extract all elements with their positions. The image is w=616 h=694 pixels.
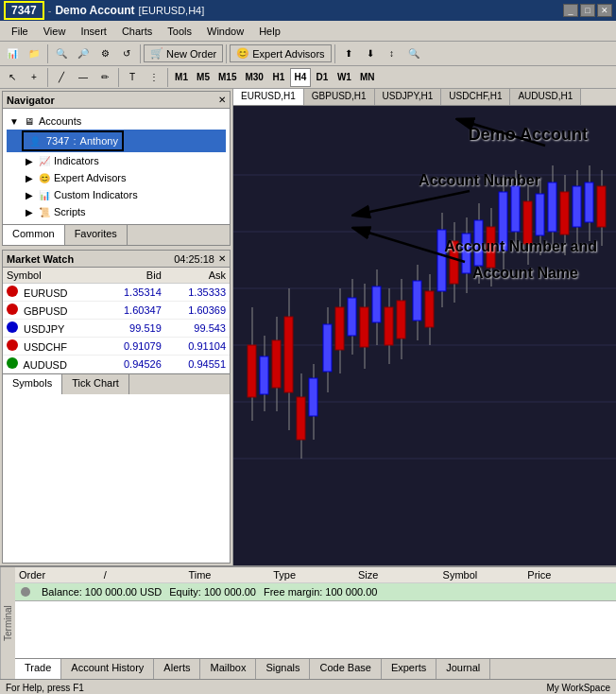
navigator-close[interactable]: ✕ <box>218 95 226 105</box>
svg-rect-56 <box>548 182 556 232</box>
market-watch-title: Market Watch <box>7 253 174 265</box>
balance-indicator <box>21 587 30 597</box>
new-order-button[interactable]: 🛒 New Order <box>144 44 223 62</box>
chart-tab-audusd[interactable]: AUDUSD,H1 <box>510 89 581 105</box>
expert-advisors-button[interactable]: 😊 Expert Advisors <box>230 44 331 62</box>
chart-canvas: Demo Account Account Number Account Numb… <box>233 106 616 565</box>
expert-label: Expert Advisors <box>252 48 324 60</box>
crosshair-tool[interactable]: + <box>24 67 44 88</box>
market-watch-row[interactable]: USDCHF 0.91079 0.91104 <box>3 338 230 356</box>
draw-tool[interactable]: ✏ <box>94 67 115 88</box>
toolbar-btn7[interactable]: ↕ <box>382 43 402 64</box>
terminal-tab-journal[interactable]: Journal <box>436 659 490 679</box>
terminal-tab-alerts[interactable]: Alerts <box>154 659 200 679</box>
mw-tab-symbols[interactable]: Symbols <box>3 374 62 394</box>
chart-tab-usdjpy[interactable]: USDJPY,H1 <box>375 89 442 105</box>
menu-window[interactable]: Window <box>199 24 251 39</box>
market-watch-close[interactable]: ✕ <box>218 253 226 264</box>
svg-rect-50 <box>511 186 520 232</box>
svg-rect-40 <box>450 241 458 284</box>
market-watch-row[interactable]: EURUSD 1.35314 1.35333 <box>3 284 230 302</box>
terminal-tab-account-history[interactable]: Account History <box>61 659 154 679</box>
terminal-empty-area <box>15 601 616 658</box>
mw-symbol: AUDUSD <box>3 356 101 373</box>
mw-symbol: USDJPY <box>3 320 101 338</box>
nav-account-item[interactable]: 👤 7347 : Anthony <box>7 130 226 152</box>
nav-root[interactable]: ▼ 🖥 Accounts <box>7 113 226 130</box>
svg-rect-10 <box>260 356 268 394</box>
text-tool[interactable]: T <box>122 67 143 88</box>
tf-m5[interactable]: M5 <box>193 68 214 87</box>
hline-tool[interactable]: — <box>73 67 94 88</box>
toolbar-sep1 <box>47 44 48 63</box>
menu-file[interactable]: File <box>4 24 36 39</box>
tf-m15[interactable]: M15 <box>214 68 240 87</box>
tf-h1[interactable]: H1 <box>268 68 289 87</box>
tf-h4[interactable]: H4 <box>290 68 311 87</box>
menu-help[interactable]: Help <box>251 24 288 39</box>
mw-tab-tick-chart[interactable]: Tick Chart <box>62 374 129 394</box>
toolbar-refresh[interactable]: ↺ <box>116 43 137 64</box>
terminal-tab-codebase[interactable]: Code Base <box>310 659 381 679</box>
nav-scripts[interactable]: ▶ 📜 Scripts <box>7 203 226 220</box>
nav-tab-favorites[interactable]: Favorites <box>65 225 128 245</box>
menu-charts[interactable]: Charts <box>114 24 160 39</box>
sym-icon <box>7 357 18 369</box>
toolbar-btn8[interactable]: 🔍 <box>403 43 424 64</box>
menu-bar: File View Insert Charts Tools Window Hel… <box>0 21 616 42</box>
nav-tab-common[interactable]: Common <box>3 225 65 245</box>
title-demo-account: Demo Account <box>55 4 134 17</box>
mw-bid: 1.60347 <box>101 302 165 320</box>
fibo-tool[interactable]: ⋮ <box>144 67 164 88</box>
menu-tools[interactable]: Tools <box>160 24 199 39</box>
tf-mn[interactable]: MN <box>356 68 379 87</box>
maximize-button[interactable]: □ <box>580 4 595 17</box>
close-button[interactable]: ✕ <box>597 4 612 17</box>
market-watch-tabs: Symbols Tick Chart <box>3 373 230 394</box>
chart-tab-gbpusd[interactable]: GBPUSD,H1 <box>304 89 375 105</box>
nav-custom-indicators[interactable]: ▶ 📊 Custom Indicators <box>7 186 226 203</box>
account-number: 7347 <box>11 4 37 17</box>
minimize-button[interactable]: _ <box>563 4 578 17</box>
terminal-content: Terminal Order / Time Type Size Symbol P… <box>0 567 616 679</box>
market-watch-row[interactable]: AUDUSD 0.94526 0.94551 <box>3 356 230 373</box>
nav-indicators[interactable]: ▶ 📈 Indicators <box>7 152 226 169</box>
terminal-tab-signals[interactable]: Signals <box>256 659 310 679</box>
tf-m1[interactable]: M1 <box>171 68 192 87</box>
col-price: Price <box>527 569 612 581</box>
tf-w1[interactable]: W1 <box>334 68 355 87</box>
line-tool[interactable]: ╱ <box>51 67 72 88</box>
tf-d1[interactable]: D1 <box>312 68 333 87</box>
toolbar-zoom-in[interactable]: 🔍 <box>51 43 72 64</box>
toolbar-btn6[interactable]: ⬇ <box>360 43 381 64</box>
mw-bid: 0.91079 <box>101 338 165 356</box>
chart-tab-usdchf[interactable]: USDCHF,H1 <box>441 89 510 105</box>
tf-m30[interactable]: M30 <box>241 68 266 87</box>
new-order-icon: 🛒 <box>150 47 163 60</box>
arrow-tool[interactable]: ↖ <box>2 67 23 88</box>
terminal-tab-experts[interactable]: Experts <box>382 659 436 679</box>
tf-sep2 <box>118 68 119 87</box>
toolbar-new-chart[interactable]: 📊 <box>2 43 23 64</box>
menu-view[interactable]: View <box>36 24 74 39</box>
market-watch-row[interactable]: USDJPY 99.519 99.543 <box>3 320 230 338</box>
toolbar-properties[interactable]: ⚙ <box>94 43 115 64</box>
terminal-tab-trade[interactable]: Trade <box>15 659 61 679</box>
sym-icon <box>7 339 18 351</box>
svg-rect-64 <box>597 186 606 227</box>
svg-rect-36 <box>425 291 434 327</box>
svg-rect-18 <box>309 378 317 416</box>
nav-indicators-label: Indicators <box>54 155 99 166</box>
svg-rect-28 <box>372 286 381 322</box>
toolbar-btn5[interactable]: ⬆ <box>338 43 359 64</box>
chart-tab-eurusd[interactable]: EURUSD,H1 <box>233 89 304 105</box>
toolbar-zoom-out[interactable]: 🔎 <box>73 43 94 64</box>
nav-experts[interactable]: ▶ 😊 Expert Advisors <box>7 169 226 186</box>
market-watch-row[interactable]: GBPUSD 1.60347 1.60369 <box>3 302 230 320</box>
menu-insert[interactable]: Insert <box>73 24 114 39</box>
navigator-tree: ▼ 🖥 Accounts 👤 7347 : Anthony ▶ <box>3 109 230 224</box>
toolbar-open[interactable]: 📁 <box>24 43 44 64</box>
nav-expand-icon4: ▶ <box>22 187 37 202</box>
svg-rect-58 <box>560 192 569 234</box>
terminal-tab-mailbox[interactable]: Mailbox <box>200 659 256 679</box>
